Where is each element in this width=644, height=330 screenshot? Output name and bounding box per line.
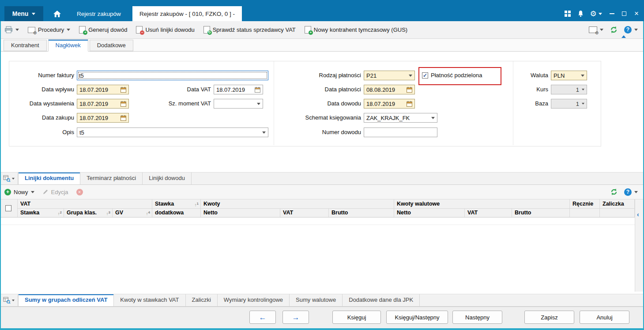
tab-kwoty-w-stawkach-vat[interactable]: Kwoty w stawkach VAT [114, 294, 185, 306]
chevron-down-icon[interactable] [581, 75, 584, 77]
schemat-ksiegowania-combo[interactable]: ZAK_KRAJK_FK [364, 113, 437, 123]
numer-faktury-input[interactable] [77, 71, 268, 80]
tab-dodatkowe-dane-dla-jpk[interactable]: Dodatkowe dane dla JPK [343, 294, 420, 306]
data-wplywu-field[interactable]: 18.07.2019 [77, 85, 129, 94]
zapisz-button[interactable]: Zapisz [524, 311, 574, 324]
maximize-button[interactable] [619, 6, 629, 21]
generuj-dowod-button[interactable]: + Generuj dowód [79, 26, 127, 34]
usun-linijki-button[interactable]: − Usuń linijki dowodu [136, 26, 194, 34]
col-vat[interactable]: VAT [280, 208, 329, 217]
tab-terminarz-platnosci[interactable]: Terminarz płatności [80, 172, 143, 184]
nowy-kontrahent-button[interactable]: + Nowy kontrahent tymczasowy (GUS) [305, 26, 407, 34]
tab-linijki-dowodu[interactable]: Linijki dowodu [143, 172, 192, 184]
nastepny-button[interactable]: Następny [452, 311, 502, 324]
grid-help-button[interactable]: ? [624, 188, 638, 196]
col-grupa-klas[interactable]: Grupa klas.↑3 [64, 208, 113, 217]
nowy-button[interactable]: + Nowy [4, 189, 34, 195]
grid-layout-button[interactable] [0, 172, 18, 184]
nav-tab-rejestr-zakupow[interactable]: Rejestr zakupów [70, 6, 128, 21]
next-record-button[interactable]: → [282, 311, 309, 324]
main-toolbar: ⚙ Procedury + Generuj dowód − Usuń linij… [0, 21, 644, 39]
data-dowodu-field[interactable]: 18.07.2019 [364, 99, 415, 109]
col-vat-walutowe[interactable]: VAT [465, 208, 512, 217]
apps-grid-button[interactable] [561, 6, 574, 21]
calendar-icon[interactable] [121, 101, 126, 107]
chevron-down-icon[interactable] [257, 103, 260, 105]
help-button[interactable]: ? [624, 26, 638, 34]
numer-dowodu-input[interactable] [364, 128, 437, 137]
col-zaliczka[interactable]: Zaliczka [600, 199, 635, 208]
band-kwoty[interactable]: Kwoty [201, 199, 394, 208]
select-all-checkbox[interactable] [5, 205, 11, 211]
data-vat-field[interactable]: 18.07.2019 [214, 85, 263, 94]
tab-kontrahent[interactable]: Kontrahent [4, 40, 47, 51]
collapse-panel-chevron[interactable]: ‹ [637, 211, 639, 218]
chevron-down-icon[interactable] [409, 75, 412, 77]
chevron-down-icon[interactable] [582, 89, 584, 90]
col-netto-walutowe[interactable]: Netto [394, 208, 465, 217]
view-settings-button[interactable]: ⚙ [589, 26, 603, 33]
tab-sumy-walutowe[interactable]: Sumy walutowe [290, 294, 343, 306]
col-stawka[interactable]: Stawka↑2 [18, 208, 64, 217]
calendar-icon[interactable] [121, 115, 126, 121]
calendar-icon[interactable] [407, 87, 412, 93]
procedures-gear-icon: ⚙ [28, 27, 35, 33]
col-brutto-walutowe[interactable]: Brutto [512, 208, 570, 217]
data-zakupu-field[interactable]: 18.07.2019 [77, 113, 129, 123]
ksieguj-nastepny-button[interactable]: Księguj/Następny [386, 311, 448, 324]
calendar-icon[interactable] [255, 87, 260, 93]
chevron-down-icon[interactable] [582, 103, 584, 105]
tab-dodatkowe[interactable]: Dodatkowe [90, 40, 133, 51]
col-stawka-dodatkowa-bottom[interactable]: dodatkowa [152, 208, 201, 217]
col-recznie[interactable]: Ręcznie [570, 199, 600, 208]
platnosc-podzielona-checkbox[interactable] [422, 72, 428, 79]
collapse-toolbar-chevron[interactable] [621, 35, 626, 38]
minimize-button[interactable] [606, 6, 617, 21]
menu-button[interactable]: Menu [4, 6, 43, 21]
ksieguj-button[interactable]: Księguj [332, 311, 381, 324]
col-netto[interactable]: Netto [201, 208, 280, 217]
tab-sumy-w-grupach-odliczen-vat[interactable]: Sumy w grupach odliczeń VAT [18, 294, 114, 306]
procedury-button[interactable]: ⚙ Procedury [28, 26, 70, 33]
chevron-down-icon[interactable] [262, 131, 266, 134]
print-button[interactable] [4, 26, 19, 34]
col-label: Stawka [20, 210, 39, 216]
data-platnosci-field[interactable]: 08.08.2019 [364, 85, 415, 94]
refresh-button[interactable] [610, 26, 618, 34]
band-kwoty-walutowe[interactable]: Kwoty walutowe [394, 199, 570, 208]
opis-combo[interactable]: t5 [77, 128, 268, 137]
kurs-spinner[interactable]: 1 [551, 85, 587, 94]
refresh-icon [610, 188, 618, 196]
edycja-button[interactable]: Edycja [42, 189, 68, 195]
sz-moment-vat-combo[interactable] [214, 99, 263, 109]
tab-zaliczki[interactable]: Zaliczki [186, 294, 218, 306]
col-gv[interactable]: GV↑4 [113, 208, 152, 217]
grid-scrollbar[interactable]: ‹ [635, 199, 644, 292]
col-brutto[interactable]: Brutto [329, 208, 394, 217]
calendar-icon[interactable] [121, 87, 126, 93]
tab-wymiary-kontrolingowe[interactable]: Wymiary kontrolingowe [218, 294, 290, 306]
rodzaj-platnosci-combo[interactable]: P21 [364, 71, 415, 80]
previous-record-button[interactable]: ← [249, 311, 276, 324]
notifications-button[interactable] [575, 6, 586, 21]
waluta-combo[interactable]: PLN [551, 71, 587, 80]
chevron-down-icon[interactable] [431, 117, 435, 119]
settings-menu-button[interactable]: ⚙ [588, 6, 604, 21]
home-button[interactable] [46, 6, 68, 21]
tab-linijki-dokumentu[interactable]: Linijki dokumentu [18, 172, 80, 184]
sprawdz-status-button[interactable]: ↻ Sprawdź status sprzedawcy VAT [203, 26, 296, 34]
calendar-icon[interactable] [407, 101, 412, 107]
data-wystawienia-field[interactable]: 18.07.2019 [77, 99, 129, 109]
band-vat[interactable]: VAT [18, 199, 152, 208]
help-icon: ? [624, 26, 632, 34]
grid-refresh-button[interactable] [610, 188, 618, 196]
baza-spinner[interactable]: 1 [551, 99, 587, 109]
summary-layout-button[interactable] [0, 294, 18, 306]
tab-naglowek[interactable]: Nagłówek [48, 39, 88, 52]
anuluj-button[interactable]: Anuluj [580, 311, 629, 324]
document-tab-active[interactable]: Rejestr zakupów - [ 010, FZKO, 0 ] - [132, 6, 242, 21]
usun-wiersz-button[interactable]: × [76, 189, 83, 195]
col-label: GV [115, 210, 123, 216]
col-stawka-dodatkowa-top[interactable]: Stawka↑1 [152, 199, 201, 208]
close-button[interactable]: × [631, 6, 642, 21]
